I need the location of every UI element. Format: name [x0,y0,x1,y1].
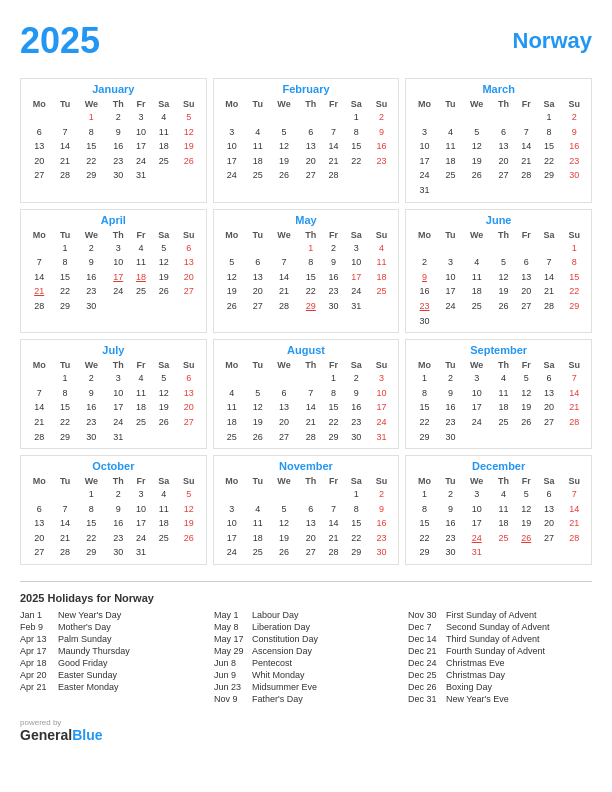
cal-day [218,487,246,502]
cal-day [537,430,562,445]
cal-day: 14 [53,516,76,531]
weekday-header: Mo [410,229,438,241]
cal-day: 17 [130,516,151,531]
cal-day [323,110,344,125]
cal-day [462,183,491,198]
month-name: June [410,214,587,226]
cal-day: 9 [344,386,369,401]
cal-day: 5 [462,125,491,140]
cal-day: 26 [176,154,202,169]
cal-day: 24 [462,415,491,430]
cal-day [151,168,176,183]
cal-table: MoTuWeThFrSaSu12345678910111213141516171… [410,475,587,560]
cal-day: 18 [462,284,491,299]
cal-day: 10 [130,125,151,140]
cal-table: MoTuWeThFrSaSu12345678910111213141516171… [218,359,395,444]
cal-day: 25 [218,430,246,445]
weekday-header: Th [106,229,131,241]
cal-day: 12 [269,139,298,154]
cal-day: 20 [176,400,202,415]
cal-day: 23 [439,415,462,430]
cal-day: 22 [77,531,106,546]
holiday-date: May 29 [214,646,246,656]
month-block-february: FebruaryMoTuWeThFrSaSu123456789101112131… [213,78,400,203]
cal-day: 6 [176,371,202,386]
holiday-name: First Sunday of Advent [446,610,537,620]
cal-day: 2 [106,487,131,502]
cal-day: 14 [323,516,344,531]
cal-day: 26 [151,284,176,299]
holiday-date: Feb 9 [20,622,52,632]
cal-day: 9 [77,255,106,270]
cal-day: 19 [176,516,202,531]
cal-day: 1 [299,241,324,256]
cal-day: 13 [299,139,324,154]
cal-day [491,545,516,560]
cal-day: 26 [218,299,246,314]
weekday-header: Mo [25,475,53,487]
cal-day: 13 [25,139,53,154]
cal-day [439,110,462,125]
cal-day: 31 [344,299,369,314]
cal-day: 6 [25,125,53,140]
weekday-header: Tu [439,229,462,241]
cal-day: 25 [151,154,176,169]
cal-day: 8 [410,386,438,401]
weekday-header: Fr [516,475,537,487]
cal-day: 20 [269,415,298,430]
weekday-header: Fr [323,98,344,110]
holiday-name: Mother's Day [58,622,111,632]
cal-day: 28 [53,545,76,560]
weekday-header: Su [176,229,202,241]
cal-day: 12 [176,125,202,140]
cal-day: 29 [344,545,369,560]
cal-day: 23 [410,299,438,314]
holiday-item: Apr 13Palm Sunday [20,634,204,644]
holiday-item: May 17Constitution Day [214,634,398,644]
cal-day: 11 [246,516,269,531]
cal-day: 22 [323,415,344,430]
weekday-header: Fr [323,359,344,371]
cal-day: 17 [106,400,131,415]
weekday-header: Mo [218,229,246,241]
holiday-item: Dec 14Third Sunday of Advent [408,634,592,644]
weekday-header: Th [299,475,324,487]
cal-day: 4 [130,241,151,256]
cal-day: 20 [491,154,516,169]
cal-day [323,487,344,502]
cal-day: 2 [106,110,131,125]
month-name: October [25,460,202,472]
cal-table: MoTuWeThFrSaSu12345678910111213141516171… [25,98,202,183]
cal-day: 16 [410,284,438,299]
calendar-grid: JanuaryMoTuWeThFrSaSu1234567891011121314… [20,78,592,565]
cal-day: 8 [53,386,76,401]
holiday-name: Boxing Day [446,682,492,692]
cal-day: 26 [151,415,176,430]
cal-day: 26 [269,545,298,560]
cal-day: 22 [77,154,106,169]
cal-day [130,299,151,314]
cal-day: 23 [369,154,395,169]
holiday-name: Pentecost [252,658,292,668]
cal-day: 26 [176,531,202,546]
cal-day [246,241,269,256]
cal-day [344,168,369,183]
holiday-item: Dec 7Second Sunday of Advent [408,622,592,632]
cal-day: 26 [516,415,537,430]
cal-day: 4 [462,255,491,270]
month-block-august: AugustMoTuWeThFrSaSu12345678910111213141… [213,339,400,449]
cal-day: 14 [25,400,53,415]
cal-day: 12 [462,139,491,154]
holiday-name: Palm Sunday [58,634,112,644]
holiday-name: Maundy Thursday [58,646,130,656]
cal-day [516,241,537,256]
cal-day: 11 [491,386,516,401]
holiday-item: Jun 8Pentecost [214,658,398,668]
weekday-header: Sa [344,229,369,241]
cal-day: 28 [299,430,324,445]
cal-day: 16 [439,400,462,415]
cal-day: 19 [151,400,176,415]
cal-day: 9 [439,386,462,401]
cal-day: 4 [151,110,176,125]
holiday-date: Dec 31 [408,694,440,704]
